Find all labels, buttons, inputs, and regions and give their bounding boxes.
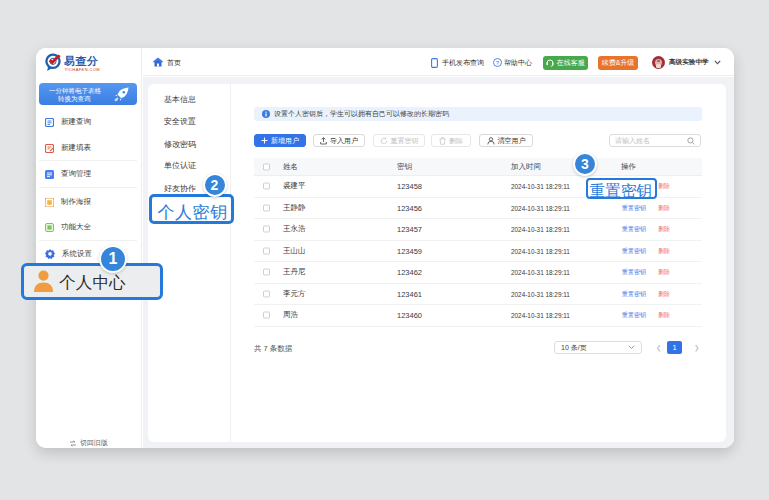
svg-text:YICHAFEN.COM: YICHAFEN.COM bbox=[65, 67, 100, 72]
svg-text:?: ? bbox=[496, 59, 500, 65]
svg-text:易查分: 易查分 bbox=[63, 55, 99, 67]
